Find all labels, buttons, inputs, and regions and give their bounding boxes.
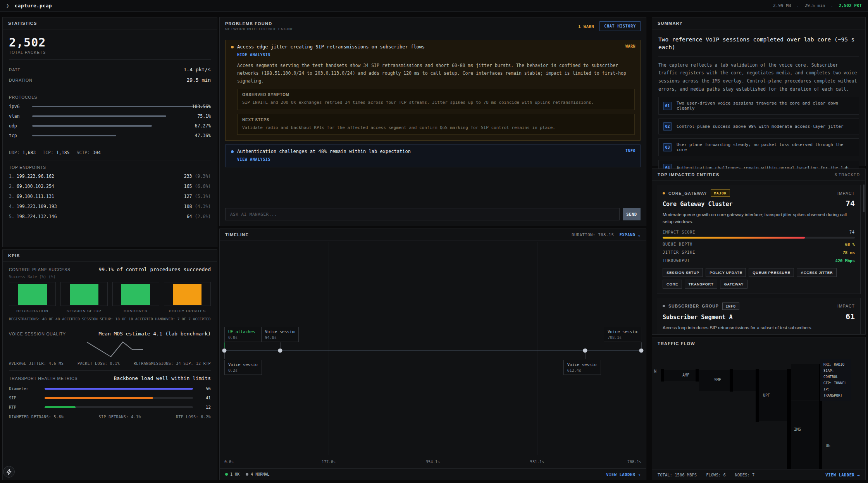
- timeline-plot[interactable]: UE attaches to 0.0s Voice session … 94.8…: [224, 242, 641, 455]
- entity-name: Subscriber Segment A: [663, 314, 733, 321]
- view-ladder-link[interactable]: VIEW LADDER →: [606, 472, 641, 477]
- node-label-amf: AMF: [682, 373, 689, 377]
- endpoint-rank: 1.: [9, 174, 14, 179]
- file-meta: 2.99 MB · 29.5 min · 2,502 PKT: [773, 3, 862, 8]
- timeline-event[interactable]: UE attaches to 0.0s: [224, 327, 262, 342]
- transport-health-headline: Backbone load well within limits: [114, 375, 211, 381]
- tag-chip[interactable]: CORE: [663, 280, 682, 289]
- quick-actions-button[interactable]: [3, 466, 15, 478]
- timeline-panel: TIMELINE DURATION: 708.1S EXPAND ⌄ UE at…: [219, 229, 646, 480]
- endpoint-ip: 69.100.102.254: [17, 184, 54, 189]
- impact-value: 74: [846, 199, 855, 208]
- item-number: 01: [663, 102, 672, 110]
- voice-stats: AVERAGE JITTER: 4.6 MS PACKET LOSS: 0.1%…: [9, 361, 211, 366]
- bar: [45, 388, 193, 390]
- tag-chip[interactable]: QUEUE PRESSURE: [749, 268, 794, 277]
- tag-chip[interactable]: GATEWAY: [720, 280, 747, 289]
- protocol-value: 75.1%: [197, 113, 211, 119]
- sankey-node: [787, 369, 791, 469]
- protocol-name: ipv6: [9, 104, 29, 109]
- kpi-bar-policy-updates: POLICY UPDATES: [164, 282, 211, 313]
- entity-type: CORE_GATEWAY: [668, 191, 707, 196]
- bar-name: RTP: [9, 405, 45, 409]
- bar: [121, 284, 150, 305]
- avg-jitter: AVERAGE JITTER: 4.6 MS: [9, 361, 64, 366]
- tag-chip[interactable]: TRANSPORT: [685, 280, 718, 289]
- kpis-header: KPIS: [3, 250, 217, 262]
- traffic-sankey[interactable]: N AMF SMF UPF IMS UE Policy RRC: RADIO S…: [652, 350, 865, 469]
- endpoint-rank: 2.: [9, 184, 14, 189]
- duration-value: 29.5 min: [186, 77, 211, 83]
- endpoint-rank: 4.: [9, 204, 14, 209]
- tag-chip[interactable]: SESSION SETUP: [663, 268, 703, 277]
- event-title: Voice session …: [265, 329, 295, 334]
- view-ladder-link[interactable]: VIEW LADDER →: [825, 473, 860, 477]
- endpoint-pct: (4.3%): [195, 204, 211, 209]
- view-analysis-link[interactable]: VIEW ANALYSIS: [237, 157, 270, 162]
- send-button[interactable]: SEND: [623, 208, 641, 220]
- endpoint-row[interactable]: 5. 198.224.132.146 64 (2.6%): [9, 211, 211, 222]
- tcp-count: 1,185: [56, 150, 70, 155]
- entity-card-core-gateway[interactable]: CORE_GATEWAY MAJOR IMPACT Core Gateway C…: [657, 185, 861, 294]
- topbar: ❯ capture.pcap 2.99 MB · 29.5 min · 2,50…: [0, 0, 868, 12]
- endpoint-count: 64: [187, 214, 192, 219]
- kpi-bar-registration: REGISTRATION: [9, 282, 56, 313]
- sip-retrans: SIP RETRANS: 4.1%: [99, 415, 141, 419]
- timeline-marker[interactable]: [639, 349, 644, 353]
- ask-ai-input[interactable]: [225, 208, 620, 220]
- chevron-right-icon[interactable]: ❯: [6, 3, 9, 9]
- endpoint-pct: (6.6%): [195, 184, 211, 189]
- timeline-duration: DURATION: 708.1S: [572, 232, 614, 237]
- statistics-panel: STATISTICS 2,502 TOTAL PACKETS RATE 1.4 …: [2, 17, 217, 247]
- info-card[interactable]: INFO Authentication challenges at 48% re…: [225, 144, 641, 167]
- metric-label: JITTER SPIKE: [663, 250, 695, 255]
- next-steps-box: NEXT STEPS Validate radio and backhaul K…: [237, 114, 635, 135]
- sankey-flow: [664, 370, 696, 381]
- major-badge: MAJOR: [711, 189, 730, 197]
- timeline-marker[interactable]: [583, 349, 587, 353]
- timeline-event[interactable]: Voice session … 612.4s: [563, 360, 601, 375]
- tag-chip[interactable]: POLICY UPDATE: [706, 268, 746, 277]
- endpoint-ip: 198.224.132.146: [17, 214, 57, 219]
- ok-dot-icon: [225, 473, 228, 476]
- transport-counts: UDP: 1,683 TCP: 1,185 SCTP: 304: [9, 150, 211, 155]
- endpoint-row[interactable]: 1. 199.223.96.162 233 (9.3%): [9, 171, 211, 181]
- total-packets-value: 2,502: [9, 36, 211, 49]
- timeline-marker[interactable]: [222, 349, 227, 353]
- endpoint-row[interactable]: 3. 69.100.111.131 127 (5.1%): [9, 191, 211, 201]
- control-plane-headline: 99.1% of control procedures succeeded: [98, 266, 211, 272]
- timeline-marker[interactable]: [278, 349, 282, 353]
- entity-card-subscriber-group[interactable]: SUBSCRIBER_GROUP INFO IMPACT Subscriber …: [657, 298, 861, 335]
- protocol-value: 47.36%: [195, 133, 211, 138]
- expand-link[interactable]: EXPAND ⌄: [619, 232, 641, 237]
- protocol-value: 67.27%: [195, 123, 211, 129]
- endpoint-row[interactable]: 2. 69.100.102.254 165 (6.6%): [9, 181, 211, 191]
- warning-card[interactable]: WARN Access edge jitter creating SIP ret…: [225, 40, 641, 141]
- timeline-event[interactable]: Voice session … 0.2s: [224, 360, 262, 375]
- event-time: 708.1s: [608, 335, 637, 340]
- endpoint-row[interactable]: 4. 199.223.109.193 108 (4.3%): [9, 201, 211, 211]
- timeline-event[interactable]: Voice session … 94.8s: [261, 327, 299, 342]
- metric-row: JITTER SPIKE 78 ms: [663, 250, 855, 255]
- summary-item: 03 User-plane forwarding steady; no pack…: [658, 138, 859, 156]
- protocol-value: 103.56%: [192, 104, 211, 109]
- hide-analysis-link[interactable]: HIDE ANALYSIS: [237, 53, 270, 57]
- tick: [224, 342, 225, 348]
- tag-chip[interactable]: ACCESS JITTER: [797, 268, 837, 277]
- impact-label: IMPACT: [837, 191, 855, 196]
- event-time: 612.4s: [567, 368, 597, 373]
- timeline-event[interactable]: Voice session … 708.1s: [604, 327, 641, 342]
- summary-panel: SUMMARY Two reference VoIP sessions comp…: [652, 17, 866, 166]
- endpoint-pct: (5.1%): [195, 194, 211, 199]
- endpoint-ip: 199.223.96.162: [17, 174, 54, 179]
- endpoint-count: 108: [184, 204, 192, 209]
- entity-dot-icon: [663, 305, 665, 307]
- protocol-bar: [32, 115, 166, 117]
- impact-score-label: IMPACT SCORE: [663, 230, 695, 234]
- chat-history-button[interactable]: CHAT HISTORY: [599, 21, 641, 31]
- sankey-node: [756, 369, 759, 422]
- metric-value: 78 ms: [842, 250, 855, 255]
- entity-name: Core Gateway Cluster: [663, 201, 733, 208]
- kpi-bar-chart: REGISTRATION SESSION SETUP HANDOVER POLI…: [9, 282, 211, 313]
- scrollbar-thumb[interactable]: [863, 184, 865, 212]
